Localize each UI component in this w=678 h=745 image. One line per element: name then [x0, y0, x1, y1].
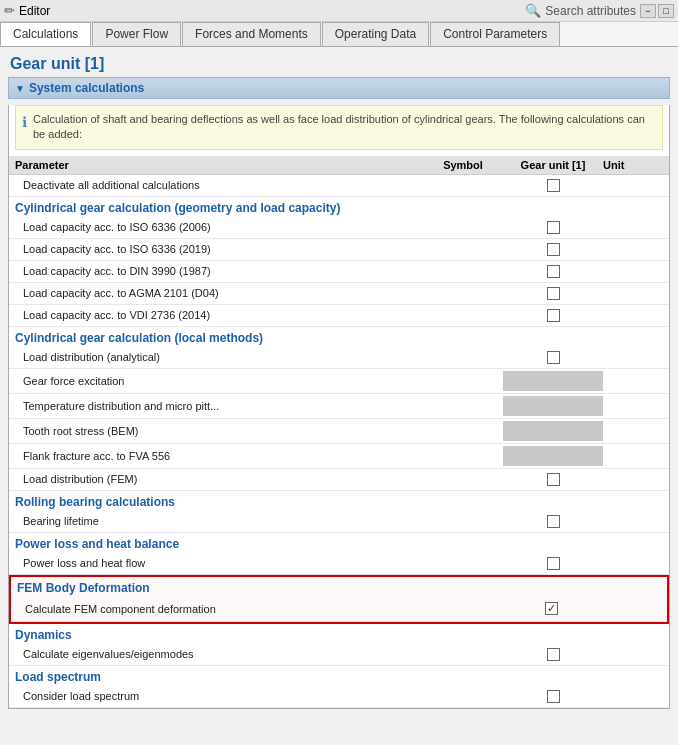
- table-header: Parameter Symbol Gear unit [1] Unit: [9, 156, 669, 175]
- checkbox[interactable]: [547, 287, 560, 300]
- checkbox[interactable]: [547, 265, 560, 278]
- category-label: Load spectrum: [9, 666, 669, 686]
- checkbox[interactable]: [547, 221, 560, 234]
- table-row: Load capacity acc. to ISO 6336 (2006): [9, 217, 669, 239]
- row-label: Deactivate all additional calculations: [15, 179, 423, 191]
- row-label: Load distribution (analytical): [15, 351, 423, 363]
- tab-operating[interactable]: Operating Data: [322, 22, 429, 46]
- table-row: Consider load spectrum: [9, 686, 669, 708]
- section-header[interactable]: ▼ System calculations: [8, 77, 670, 99]
- row-label: Load capacity acc. to ISO 6336 (2006): [15, 221, 423, 233]
- row-label: Load distribution (FEM): [15, 473, 423, 485]
- search-icon: 🔍: [525, 3, 541, 18]
- checkbox[interactable]: [547, 690, 560, 703]
- checkbox[interactable]: [545, 602, 558, 615]
- row-label: Calculate FEM component deformation: [17, 603, 421, 615]
- row-label: Consider load spectrum: [15, 690, 423, 702]
- table-row: Load capacity acc. to ISO 6336 (2019): [9, 239, 669, 261]
- tab-powerflow[interactable]: Power Flow: [92, 22, 181, 46]
- checkbox[interactable]: [547, 243, 560, 256]
- table-row: Deactivate all additional calculations: [9, 175, 669, 197]
- fem-highlighted-section: FEM Body DeformationCalculate FEM compon…: [9, 575, 669, 624]
- collapse-icon: ▼: [15, 83, 25, 94]
- row-label: Tooth root stress (BEM): [15, 425, 423, 437]
- table-row: Bearing lifetime: [9, 511, 669, 533]
- table-row: Power loss and heat flow: [9, 553, 669, 575]
- row-label: Temperature distribution and micro pitt.…: [15, 400, 423, 412]
- info-box: ℹ Calculation of shaft and bearing defle…: [15, 105, 663, 150]
- row-label: Load capacity acc. to ISO 6336 (2019): [15, 243, 423, 255]
- table-row: Calculate FEM component deformation: [11, 597, 667, 622]
- checkbox[interactable]: [547, 648, 560, 661]
- tab-control[interactable]: Control Parameters: [430, 22, 560, 46]
- row-label: Flank fracture acc. to FVA 556: [15, 450, 423, 462]
- checkbox[interactable]: [547, 515, 560, 528]
- app-icon: ✏: [4, 3, 15, 18]
- page-title: Gear unit [1]: [0, 47, 678, 77]
- checkbox[interactable]: [547, 351, 560, 364]
- checkbox[interactable]: [547, 309, 560, 322]
- table-row: Load distribution (analytical): [9, 347, 669, 369]
- info-icon: ℹ: [22, 113, 27, 133]
- section-content: ℹ Calculation of shaft and bearing defle…: [8, 105, 670, 709]
- category-label: Cylindrical gear calculation (local meth…: [9, 327, 669, 347]
- row-label: Load capacity acc. to VDI 2736 (2014): [15, 309, 423, 321]
- table-row: Temperature distribution and micro pitt.…: [9, 394, 669, 419]
- section-header-text: System calculations: [29, 81, 144, 95]
- info-text: Calculation of shaft and bearing deflect…: [33, 112, 656, 143]
- maximize-button[interactable]: □: [658, 4, 674, 18]
- minimize-button[interactable]: −: [640, 4, 656, 18]
- row-label: Bearing lifetime: [15, 515, 423, 527]
- category-label: Rolling bearing calculations: [9, 491, 669, 511]
- table-row: Load capacity acc. to AGMA 2101 (D04): [9, 283, 669, 305]
- app-name: Editor: [19, 4, 50, 18]
- row-label: Calculate eigenvalues/eigenmodes: [15, 648, 423, 660]
- category-label: Power loss and heat balance: [9, 533, 669, 553]
- tab-bar: CalculationsPower FlowForces and Moments…: [0, 22, 678, 47]
- col-parameter: Parameter: [15, 159, 423, 171]
- category-label: Dynamics: [9, 624, 669, 644]
- row-label: Gear force excitation: [15, 375, 423, 387]
- title-bar: ✏ Editor 🔍 Search attributes − □: [0, 0, 678, 22]
- category-label: Cylindrical gear calculation (geometry a…: [9, 197, 669, 217]
- tab-calculations[interactable]: Calculations: [0, 22, 91, 46]
- table-row: Gear force excitation: [9, 369, 669, 394]
- checkbox[interactable]: [547, 473, 560, 486]
- tab-forces[interactable]: Forces and Moments: [182, 22, 321, 46]
- table-row: Calculate eigenvalues/eigenmodes: [9, 644, 669, 666]
- table-row: Tooth root stress (BEM): [9, 419, 669, 444]
- table-row: Load capacity acc. to VDI 2736 (2014): [9, 305, 669, 327]
- row-label: Load capacity acc. to DIN 3990 (1987): [15, 265, 423, 277]
- checkbox[interactable]: [547, 179, 560, 192]
- row-label: Power loss and heat flow: [15, 557, 423, 569]
- category-label: FEM Body Deformation: [11, 577, 667, 597]
- table-row: Flank fracture acc. to FVA 556: [9, 444, 669, 469]
- col-symbol: Symbol: [423, 159, 503, 171]
- col-unit: Unit: [603, 159, 663, 171]
- search-label[interactable]: Search attributes: [545, 4, 636, 18]
- table-row: Load distribution (FEM): [9, 469, 669, 491]
- table-row: Load capacity acc. to DIN 3990 (1987): [9, 261, 669, 283]
- row-label: Load capacity acc. to AGMA 2101 (D04): [15, 287, 423, 299]
- col-gearunit: Gear unit [1]: [503, 159, 603, 171]
- checkbox[interactable]: [547, 557, 560, 570]
